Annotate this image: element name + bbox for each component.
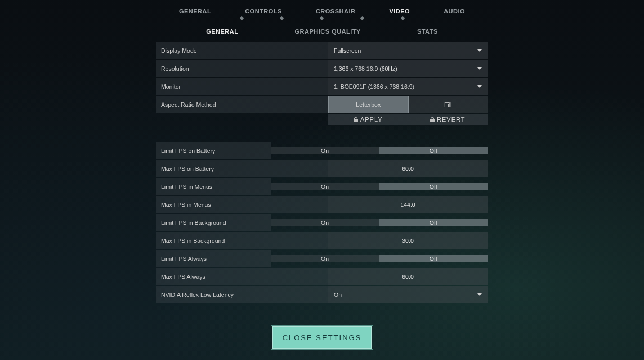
label-limit-fps-background: Limit FPS in Background [156, 214, 271, 231]
dropdown-value: 1,366 x 768 16:9 (60Hz) [334, 65, 397, 72]
label-monitor: Monitor [156, 78, 328, 95]
tab-controls[interactable]: CONTROLS [245, 8, 282, 15]
subtab-general[interactable]: GENERAL [206, 28, 238, 35]
label-resolution: Resolution [156, 60, 328, 77]
max-fps-background-input[interactable] [328, 237, 488, 244]
label-max-fps-always: Max FPS Always [156, 268, 328, 285]
revert-button[interactable]: REVERT [408, 114, 488, 125]
lock-icon [430, 117, 435, 122]
label-limit-fps-menus: Limit FPS in Menus [156, 178, 271, 195]
chevron-down-icon [477, 49, 482, 52]
limit-fps-battery-on[interactable]: On [271, 147, 379, 154]
label-aspect-ratio: Aspect Ratio Method [156, 96, 328, 113]
limit-fps-always-on[interactable]: On [271, 255, 379, 262]
chevron-down-icon [477, 293, 482, 296]
dropdown-value: Fullscreen [334, 47, 361, 54]
tab-audio[interactable]: AUDIO [444, 8, 465, 15]
lock-icon [354, 117, 358, 122]
aspect-letterbox-button[interactable]: Letterbox [328, 96, 409, 113]
dropdown-value: On [334, 291, 342, 298]
top-tabs: GENERAL CONTROLS CROSSHAIR VIDEO AUDIO [0, 0, 644, 18]
dropdown-display-mode[interactable]: Fullscreen [328, 42, 488, 59]
dropdown-monitor[interactable]: 1. BOE091F (1366 x 768 16:9) [328, 78, 488, 95]
limit-fps-always-off[interactable]: Off [379, 255, 488, 262]
label-max-fps-menus: Max FPS in Menus [156, 196, 328, 213]
chevron-down-icon [477, 67, 482, 70]
tab-crosshair[interactable]: CROSSHAIR [316, 8, 356, 15]
apply-label: APPLY [360, 116, 383, 123]
dropdown-resolution[interactable]: 1,366 x 768 16:9 (60Hz) [328, 60, 488, 77]
label-nvidia-reflex: NVIDIA Reflex Low Latency [156, 286, 328, 303]
limit-fps-battery-off[interactable]: Off [379, 147, 488, 154]
tab-general[interactable]: GENERAL [179, 8, 211, 15]
close-settings-button[interactable]: CLOSE SETTINGS [272, 326, 372, 349]
label-limit-fps-battery: Limit FPS on Battery [156, 142, 271, 159]
label-max-fps-background: Max FPS in Background [156, 232, 328, 249]
label-limit-fps-always: Limit FPS Always [156, 250, 271, 267]
limit-fps-background-on[interactable]: On [271, 219, 379, 226]
aspect-fill-button[interactable]: Fill [409, 96, 488, 113]
limit-fps-menus-off[interactable]: Off [379, 183, 488, 190]
max-fps-menus-input[interactable] [328, 201, 488, 208]
limit-fps-background-off[interactable]: Off [379, 219, 488, 226]
tab-video[interactable]: VIDEO [389, 8, 410, 15]
limit-fps-menus-on[interactable]: On [271, 183, 379, 190]
tab-divider [0, 18, 644, 20]
subtab-graphics-quality[interactable]: GRAPHICS QUALITY [294, 28, 360, 35]
apply-button[interactable]: APPLY [328, 114, 408, 125]
max-fps-battery-input[interactable] [328, 165, 488, 172]
dropdown-nvidia-reflex[interactable]: On [328, 286, 488, 303]
label-max-fps-battery: Max FPS on Battery [156, 160, 328, 177]
subtab-stats[interactable]: STATS [417, 28, 438, 35]
revert-label: REVERT [437, 116, 465, 123]
max-fps-always-input[interactable] [328, 273, 488, 280]
sub-tabs: GENERAL GRAPHICS QUALITY STATS [0, 20, 644, 42]
chevron-down-icon [477, 85, 482, 88]
dropdown-value: 1. BOE091F (1366 x 768 16:9) [334, 83, 414, 90]
settings-panel: Display Mode Fullscreen Resolution 1,366… [156, 42, 488, 303]
label-display-mode: Display Mode [156, 42, 328, 59]
